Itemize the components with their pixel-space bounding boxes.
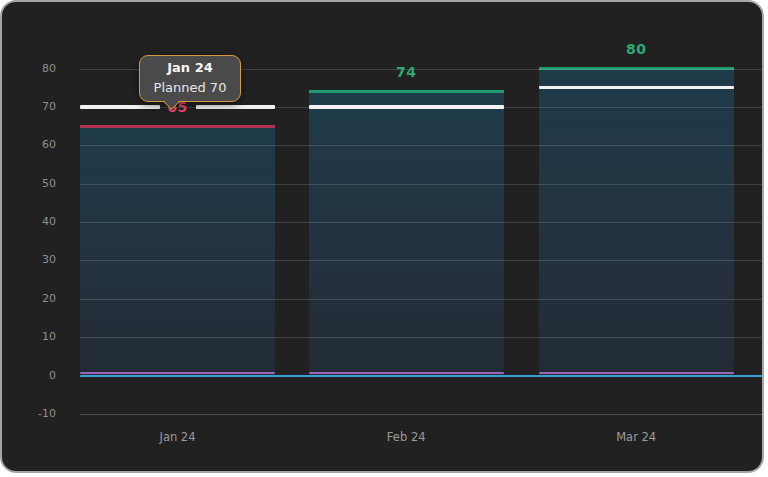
y-axis-tick-label: 0 — [12, 369, 56, 383]
bar-value-label: 74 — [376, 64, 436, 81]
gridline — [80, 299, 763, 300]
y-axis-tick-label: 50 — [12, 177, 56, 191]
y-axis-tick-label: 60 — [12, 138, 56, 152]
gridline — [80, 184, 763, 185]
y-axis-tick-label: 10 — [12, 330, 56, 344]
y-axis-tick-label: 70 — [12, 100, 56, 114]
gridline — [80, 414, 763, 415]
gridline — [80, 337, 763, 338]
x-axis-tick-label: Mar 24 — [576, 430, 696, 444]
y-axis-tick-label: 30 — [12, 253, 56, 267]
y-axis-tick-label: -10 — [12, 407, 56, 421]
planned-line — [539, 86, 734, 90]
gridline — [80, 260, 763, 261]
gridline — [80, 222, 763, 223]
tooltip-planned-value: Planned 70 — [149, 78, 231, 97]
tooltip-title: Jan 24 — [149, 58, 231, 78]
planned-line — [309, 105, 504, 109]
x-axis-tick-label: Jan 24 — [118, 430, 238, 444]
chart-card: 80706050403020100-10657480Jan 24Feb 24Ma… — [0, 0, 764, 473]
x-axis-tick-label: Feb 24 — [346, 430, 466, 444]
y-axis-tick-label: 80 — [12, 62, 56, 76]
actual-bar[interactable] — [309, 90, 504, 375]
gridline — [80, 145, 763, 146]
y-axis-tick-label: 20 — [12, 292, 56, 306]
chart-tooltip: Jan 24 Planned 70 — [139, 55, 241, 102]
cyan-baseline — [80, 375, 763, 377]
bar-chart-plot-area: 80706050403020100-10657480Jan 24Feb 24Ma… — [2, 2, 762, 471]
y-axis-tick-label: 40 — [12, 215, 56, 229]
bar-value-label: 80 — [606, 41, 666, 58]
